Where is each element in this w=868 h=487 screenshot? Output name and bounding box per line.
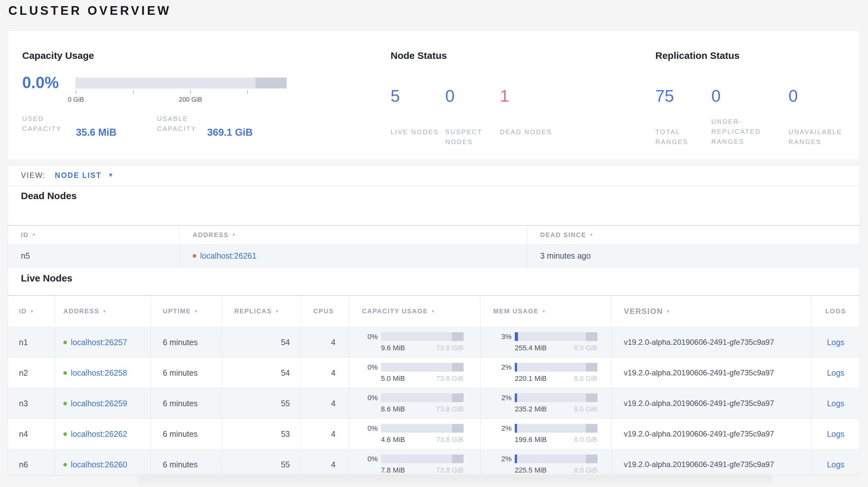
dead-col-id-header[interactable]: ID▼ [8,226,180,244]
dead-node-address-link[interactable]: localhost:26261 [200,251,256,261]
live-node-id: n2 [8,358,55,388]
dead-col-dead-since-header[interactable]: DEAD SINCE▼ [527,226,860,244]
live-node-mem-cell: 2% 199.6 MiB 8.0 GiB [480,419,612,449]
capacity-mini-bar [381,424,464,433]
live-node-id: n3 [8,388,55,419]
live-status-dot-icon [63,402,67,405]
live-node-mem-cell: 2% 220.1 MiB 8.0 GiB [480,358,612,388]
sort-desc-icon: ▼ [431,309,436,314]
mem-usage-mini-chart: 3% 255.4 MiB 8.0 GiB [483,332,597,352]
axis-tick [190,90,191,94]
live-node-uptime: 6 minutes [151,358,222,388]
live-node-uptime: 6 minutes [151,419,222,449]
live-node-capacity-cell: 0% 8.6 MiB 73.8 GiB [349,388,480,419]
logs-link[interactable]: Logs [827,368,844,378]
live-node-address-cell: localhost:26257 [55,327,151,357]
dead-col-address-header[interactable]: ADDRESS▼ [180,226,527,244]
live-nodes-table: ID▼ ADDRESS▼ UPTIME▼ REPLICAS▼ CPUS CAPA… [8,295,860,476]
live-node-version: v19.2.0-alpha.20190606-2491-gfe735c9a97 [612,419,811,449]
mem-usage-mini-chart: 2% 225.5 MiB 8.0 GiB [483,455,597,475]
mem-usage-mini-chart: 2% 235.2 MiB 8.0 GiB [483,393,597,413]
capacity-used-value: 4.6 MiB [381,435,405,444]
live-col-replicas-header[interactable]: REPLICAS▼ [222,296,301,327]
capacity-percent-label: 0% [349,394,378,402]
mem-usage-mini-chart: 2% 199.6 MiB 8.0 GiB [483,424,597,444]
live-col-id-header[interactable]: ID▼ [8,296,55,327]
capacity-total-value: 73.8 GiB [436,375,464,383]
live-col-capacity-header[interactable]: CAPACITY USAGE▼ [349,296,480,327]
live-node-version: v19.2.0-alpha.20190606-2491-gfe735c9a97 [612,449,811,476]
capacity-usage-mini-chart: 0% 8.6 MiB 73.8 GiB [349,393,464,413]
capacity-usage-mini-chart: 0% 9.6 MiB 73.8 GiB [349,332,464,352]
capacity-mini-bar [381,363,464,371]
sort-desc-icon: ▼ [589,233,594,237]
dead-nodes-heading: Dead Nodes [21,190,76,201]
mem-mini-bar [515,455,597,463]
live-node-uptime: 6 minutes [151,388,222,419]
usable-capacity-label: USABLE CAPACITY [157,114,212,134]
live-nodes-header-row: ID▼ ADDRESS▼ UPTIME▼ REPLICAS▼ CPUS CAPA… [8,295,860,327]
logs-link[interactable]: Logs [827,460,844,469]
sort-desc-icon: ▼ [103,309,107,314]
sort-desc-icon: ▼ [32,233,36,237]
dead-nodes-header-row: ID▼ ADDRESS▼ DEAD SINCE▼ [8,225,860,245]
replication-status-section: Replication Status 75 TOTAL RANGES 0 UND… [655,50,861,160]
view-dropdown[interactable]: NODE LIST [55,171,101,180]
mem-bar-dark-segment [586,455,597,463]
mem-percent-label: 2% [483,455,512,463]
live-node-mem-cell: 2% 235.2 MiB 8.0 GiB [480,388,612,419]
suspect-nodes-label: SUSPECT NODES [445,127,505,147]
live-node-replicas: 55 [222,449,301,476]
mem-total-value: 8.0 GiB [574,405,597,413]
live-node-cpus: 4 [301,449,349,476]
live-node-address-link[interactable]: localhost:26260 [71,460,127,469]
page-title: CLUSTER OVERVIEW [8,4,171,18]
live-node-cpus: 4 [301,327,349,357]
capacity-usage-title: Capacity Usage [22,50,392,61]
live-node-id: n1 [8,327,55,357]
live-node-address-link[interactable]: localhost:26258 [71,368,127,378]
live-node-mem-cell: 2% 225.5 MiB 8.0 GiB [480,449,612,476]
mem-percent-label: 2% [483,424,512,433]
dead-node-dead-since: 3 minutes ago [527,245,860,267]
live-col-address-header[interactable]: ADDRESS▼ [55,296,151,327]
capacity-total-value: 73.8 GiB [436,405,464,413]
live-col-cpus-header[interactable]: CPUS [301,296,349,327]
capacity-total-value: 73.8 GiB [436,466,464,475]
sort-desc-icon: ▼ [542,309,546,314]
live-node-mem-cell: 3% 255.4 MiB 8.0 GiB [480,327,612,357]
nodes-panel: Dead Nodes ID▼ ADDRESS▼ DEAD SINCE▼ n5 l… [8,186,860,476]
capacity-percent-label: 0% [349,333,378,341]
live-col-mem-header[interactable]: MEM USAGE▼ [480,296,612,327]
node-status-title: Node Status [391,50,635,61]
live-node-address-link[interactable]: localhost:26257 [71,338,127,347]
capacity-percent: 0.0% [22,73,59,92]
logs-link[interactable]: Logs [827,429,844,439]
live-node-logs-cell: Logs [811,358,860,388]
unavailable-ranges-label: UNAVAILABLE RANGES [788,127,848,147]
chevron-down-icon[interactable]: ▼ [108,172,113,178]
live-node-address-link[interactable]: localhost:26259 [71,399,127,408]
dead-node-id: n5 [8,245,180,267]
live-node-logs-cell: Logs [811,449,860,476]
live-node-row: n1 localhost:26257 6 minutes 54 4 0% 9.6… [8,327,860,358]
live-nodes-heading: Live Nodes [21,273,72,284]
total-ranges-count: 75 [655,86,674,105]
mem-bar-fill [515,332,518,341]
live-node-logs-cell: Logs [811,388,860,419]
mem-total-value: 8.0 GiB [574,375,597,383]
dead-nodes-label: DEAD NODES [500,127,559,137]
live-node-address-link[interactable]: localhost:26262 [71,429,127,439]
logs-link[interactable]: Logs [827,338,844,347]
usable-capacity-value: 369.1 GiB [207,127,253,138]
live-col-version-header[interactable]: VERSION▼ [612,296,811,327]
live-col-uptime-header[interactable]: UPTIME▼ [151,296,222,327]
live-node-replicas: 54 [222,358,301,388]
mem-mini-bar [515,363,597,371]
live-node-uptime: 6 minutes [151,449,222,476]
logs-link[interactable]: Logs [827,399,844,408]
live-node-row: n6 localhost:26260 6 minutes 55 4 0% 7.8… [8,449,860,476]
mem-used-value: 225.5 MiB [515,466,547,475]
dead-nodes-table: ID▼ ADDRESS▼ DEAD SINCE▼ n5 localhost:26… [8,225,860,268]
live-status-dot-icon [63,340,67,344]
